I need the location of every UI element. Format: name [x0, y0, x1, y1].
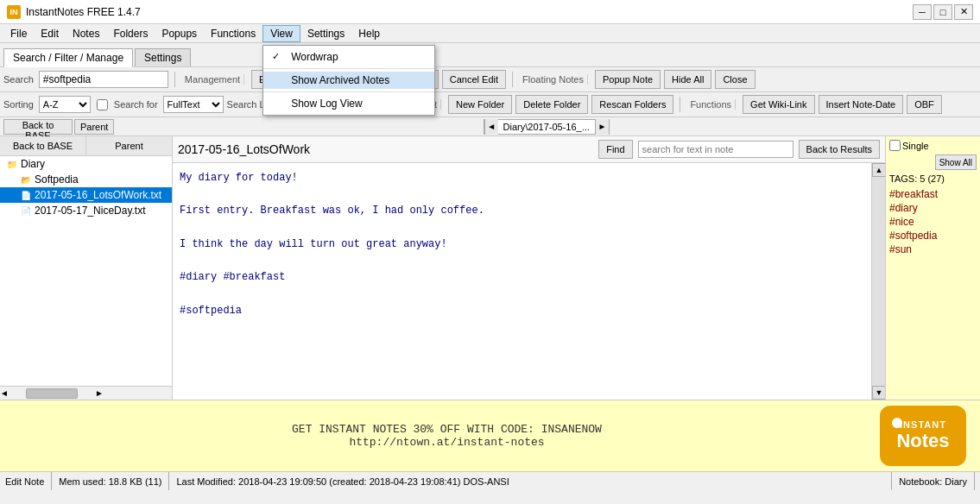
menu-edit[interactable]: Edit [34, 26, 66, 41]
menu-notes[interactable]: Notes [66, 26, 106, 41]
show-all-button[interactable]: Show All [935, 154, 977, 170]
hide-all-button[interactable]: Hide All [664, 70, 711, 89]
menu-view[interactable]: View [262, 25, 300, 42]
show-log-menu-item[interactable]: Show Log View [263, 95, 434, 112]
ad-line2: http://ntown.at/instant-notes [14, 436, 880, 449]
ad-line1: GET INSTANT NOTES 30% OFF WITH CODE: INS… [14, 423, 880, 436]
sorting-label: Sorting [3, 99, 34, 110]
tag-item-breakfast[interactable]: #breakfast [889, 187, 977, 201]
sorting-select[interactable]: A-Z [39, 96, 91, 113]
obf-button[interactable]: OBF [907, 95, 942, 114]
status-notebook: Notebook: Diary [892, 472, 975, 490]
note-area: 2017-05-16_LotsOfWork Find Back to Resul… [173, 136, 885, 400]
minimize-button[interactable]: ─ [913, 4, 932, 20]
menu-separator-1 [263, 68, 434, 69]
separator-4 [680, 97, 680, 112]
back-to-results-button[interactable]: Back to Results [799, 140, 880, 159]
tree-item-softpedia[interactable]: 📂 Softpedia [0, 172, 172, 187]
menu-folders[interactable]: Folders [106, 26, 155, 41]
search-input[interactable] [39, 71, 168, 88]
parent-button[interactable]: Parent [74, 119, 114, 135]
file-tree: 📁 Diary 📂 Softpedia 📄 2017-05-16_LotsOfW… [0, 156, 172, 386]
separator-2 [512, 72, 513, 87]
tag-item-diary[interactable]: #diary [889, 201, 977, 215]
back-to-base-sidebar-button[interactable]: Back to BASE [0, 136, 86, 155]
popup-note-button[interactable]: Popup Note [595, 70, 661, 89]
single-checkbox-container[interactable]: Single [889, 140, 929, 151]
note-header: 2017-05-16_LotsOfWork Find Back to Resul… [173, 136, 885, 163]
sidebar-buttons: Back to BASE Parent [0, 136, 172, 156]
folder-icon: 📁 [7, 160, 17, 169]
ad-logo-dot [892, 418, 902, 428]
path-text: Diary\2017-05-16_... [498, 122, 595, 132]
tab-bar: Search / Filter / Manage Settings [0, 43, 980, 67]
ad-content: GET INSTANT NOTES 30% OFF WITH CODE: INS… [14, 423, 880, 449]
menu-bar: File Edit Notes Folders Popups Functions… [0, 24, 980, 43]
back-to-base-button[interactable]: Back to BASE [3, 119, 73, 135]
tree-item-label-1: 2017-05-16_LotsOfWork.txt [35, 189, 161, 201]
path-next-arrow[interactable]: ► [595, 119, 609, 135]
title-bar: IN InstantNotes FREE 1.4.7 ─ □ ✕ [0, 0, 980, 24]
insert-note-date-button[interactable]: Insert Note-Date [819, 95, 904, 114]
tag-item-sun[interactable]: #sun [889, 243, 977, 256]
ad-logo: INSTANT Notes [880, 406, 966, 466]
status-edit-note: Edit Note [5, 472, 52, 490]
sorting-checkbox[interactable] [97, 99, 108, 110]
scroll-up-btn[interactable]: ▲ [872, 163, 885, 177]
parent-sidebar-button[interactable]: Parent [86, 136, 172, 155]
status-mem-used: Mem used: 18.8 KB (11) [52, 472, 169, 490]
tree-item-file-2[interactable]: 📄 2017-05-17_NiceDay.txt [0, 203, 172, 218]
search-for-select[interactable]: FullText [163, 96, 224, 113]
tags-header: Single [889, 140, 977, 151]
cancel-edit-button[interactable]: Cancel Edit [442, 70, 506, 89]
scroll-left-btn[interactable]: ◄ [0, 388, 9, 398]
tab-settings[interactable]: Settings [135, 48, 191, 66]
floating-notes-label: Floating Notes [519, 74, 588, 85]
menu-functions[interactable]: Functions [204, 26, 262, 41]
delete-folder-button[interactable]: Delete Folder [515, 95, 588, 114]
note-content-editor[interactable]: My diary for today! First entry. Breakfa… [173, 163, 871, 400]
view-dropdown: ✓ Wordwrap Show Archived Notes Show Log … [262, 45, 435, 116]
tag-item-softpedia[interactable]: #softpedia [889, 229, 977, 243]
note-content-wrapper: My diary for today! First entry. Breakfa… [173, 163, 885, 400]
status-last-modified: Last Modified: 2018-04-23 19:09:50 (crea… [169, 472, 892, 490]
subfolder-icon: 📂 [21, 175, 31, 185]
path-prev-arrow[interactable]: ◄ [484, 119, 498, 135]
single-label: Single [902, 141, 929, 151]
wordwrap-menu-item[interactable]: ✓ Wordwrap [263, 48, 434, 66]
ad-banner: GET INSTANT NOTES 30% OFF WITH CODE: INS… [0, 400, 980, 471]
scroll-track-v[interactable] [872, 177, 885, 386]
scroll-thumb-h[interactable] [26, 388, 78, 399]
file-icon-2: 📄 [21, 206, 31, 216]
search-for-label: Search for [114, 99, 158, 110]
menu-file[interactable]: File [3, 26, 34, 41]
find-button[interactable]: Find [598, 140, 632, 159]
note-title: 2017-05-16_LotsOfWork [178, 142, 593, 156]
show-archived-menu-item[interactable]: Show Archived Notes [263, 72, 434, 89]
sidebar-scrollbar-h[interactable]: ◄ ► [0, 386, 172, 400]
toolbar-row-1: Search Management Edit Note Save Note De… [0, 67, 980, 92]
single-checkbox[interactable] [889, 140, 901, 151]
scroll-right-btn[interactable]: ► [95, 388, 104, 398]
menu-help[interactable]: Help [351, 26, 387, 41]
menu-popups[interactable]: Popups [155, 26, 204, 41]
scroll-down-btn[interactable]: ▼ [872, 386, 885, 400]
wordwrap-check-icon: ✓ [272, 51, 280, 62]
close-floating-button[interactable]: Close [715, 70, 755, 89]
sidebar: Back to BASE Parent 📁 Diary 📂 Softpedia … [0, 136, 173, 400]
maximize-button[interactable]: □ [933, 4, 952, 20]
status-bar: Edit Note Mem used: 18.8 KB (11) Last Mo… [0, 471, 980, 490]
new-folder-button[interactable]: New Folder [448, 95, 512, 114]
close-button[interactable]: ✕ [954, 4, 973, 20]
rescan-folders-button[interactable]: Rescan Folders [591, 95, 673, 114]
menu-settings[interactable]: Settings [300, 26, 351, 41]
tag-item-nice[interactable]: #nice [889, 215, 977, 229]
find-input[interactable] [638, 141, 793, 158]
tags-panel: Single Show All TAGS: 5 (27) #breakfast … [885, 136, 980, 400]
tree-item-file-1[interactable]: 📄 2017-05-16_LotsOfWork.txt [0, 187, 172, 203]
tab-search-filter[interactable]: Search / Filter / Manage [3, 48, 133, 67]
get-wiki-link-button[interactable]: Get Wiki-Link [743, 95, 814, 114]
search-label: Search [3, 74, 34, 85]
tree-folder-diary[interactable]: 📁 Diary [0, 156, 172, 172]
ad-logo-bottom: Notes [896, 430, 949, 452]
